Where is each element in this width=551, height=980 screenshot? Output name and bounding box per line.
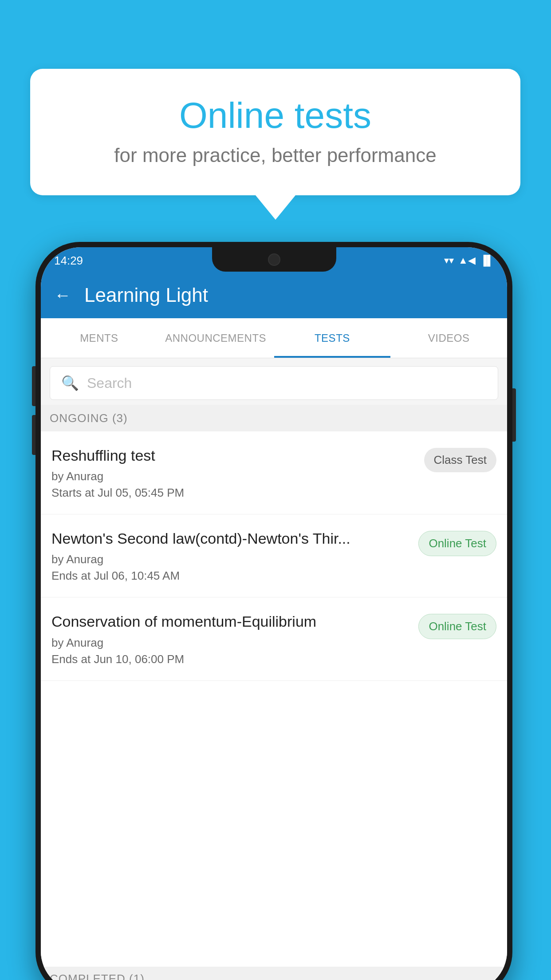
phone-frame: 14:29 ▾▾ ▲◀ ▐▌ ← Learning Light MENTS AN… bbox=[35, 242, 512, 980]
search-placeholder: Search bbox=[87, 375, 132, 391]
volume-up-button[interactable] bbox=[32, 366, 35, 406]
wifi-icon: ▾▾ bbox=[444, 255, 454, 266]
test-item-1[interactable]: Reshuffling test by Anurag Starts at Jul… bbox=[41, 431, 507, 514]
battery-icon: ▐▌ bbox=[480, 255, 494, 266]
speech-bubble-container: Online tests for more practice, better p… bbox=[30, 69, 520, 220]
back-button[interactable]: ← bbox=[54, 287, 71, 304]
status-icons: ▾▾ ▲◀ ▐▌ bbox=[444, 255, 494, 266]
test-item-1-title: Reshuffling test bbox=[51, 446, 415, 465]
test-item-3-content: Conservation of momentum-Equilibrium by … bbox=[51, 612, 418, 666]
search-icon: 🔍 bbox=[61, 375, 79, 391]
power-button[interactable] bbox=[512, 388, 516, 442]
signal-icon: ▲◀ bbox=[458, 255, 476, 266]
volume-down-button[interactable] bbox=[32, 415, 35, 455]
test-item-2-title: Newton's Second law(contd)-Newton's Thir… bbox=[51, 529, 409, 548]
search-bar: 🔍 Search bbox=[41, 358, 507, 408]
app-header: ← Learning Light bbox=[41, 272, 507, 318]
speech-bubble-title: Online tests bbox=[66, 95, 485, 135]
tab-videos[interactable]: VIDEOS bbox=[390, 318, 507, 358]
phone-notch bbox=[212, 247, 336, 272]
test-item-1-content: Reshuffling test by Anurag Starts at Jul… bbox=[51, 446, 424, 500]
app-title: Learning Light bbox=[84, 284, 208, 306]
tab-tests[interactable]: TESTS bbox=[274, 318, 391, 358]
tab-announcements[interactable]: ANNOUNCEMENTS bbox=[157, 318, 274, 358]
test-item-3-badge: Online Test bbox=[418, 614, 496, 639]
test-item-2-author: by Anurag bbox=[51, 553, 409, 566]
test-list: Reshuffling test by Anurag Starts at Jul… bbox=[41, 431, 507, 980]
ongoing-section-label: ONGOING (3) bbox=[41, 405, 507, 432]
speech-bubble: Online tests for more practice, better p… bbox=[30, 69, 520, 195]
test-item-2-content: Newton's Second law(contd)-Newton's Thir… bbox=[51, 529, 418, 583]
phone-camera bbox=[268, 253, 280, 266]
tab-assignments[interactable]: MENTS bbox=[41, 318, 157, 358]
test-item-2-date: Ends at Jul 06, 10:45 AM bbox=[51, 569, 409, 583]
test-item-1-author: by Anurag bbox=[51, 470, 415, 483]
test-item-3-date: Ends at Jun 10, 06:00 PM bbox=[51, 652, 409, 666]
search-input-wrapper[interactable]: 🔍 Search bbox=[50, 366, 498, 400]
tab-bar: MENTS ANNOUNCEMENTS TESTS VIDEOS bbox=[41, 318, 507, 358]
test-item-3[interactable]: Conservation of momentum-Equilibrium by … bbox=[41, 597, 507, 680]
speech-bubble-subtitle: for more practice, better performance bbox=[66, 144, 485, 166]
phone-screen: 14:29 ▾▾ ▲◀ ▐▌ ← Learning Light MENTS AN… bbox=[41, 247, 507, 980]
test-item-2[interactable]: Newton's Second law(contd)-Newton's Thir… bbox=[41, 514, 507, 597]
completed-section-label: COMPLETED (1) bbox=[41, 967, 507, 980]
test-item-1-badge: Class Test bbox=[424, 448, 496, 472]
test-item-3-title: Conservation of momentum-Equilibrium bbox=[51, 612, 409, 631]
test-item-1-date: Starts at Jul 05, 05:45 PM bbox=[51, 486, 415, 500]
test-item-3-author: by Anurag bbox=[51, 636, 409, 650]
test-item-2-badge: Online Test bbox=[418, 531, 496, 556]
status-time: 14:29 bbox=[54, 254, 83, 268]
speech-bubble-arrow bbox=[256, 195, 295, 220]
